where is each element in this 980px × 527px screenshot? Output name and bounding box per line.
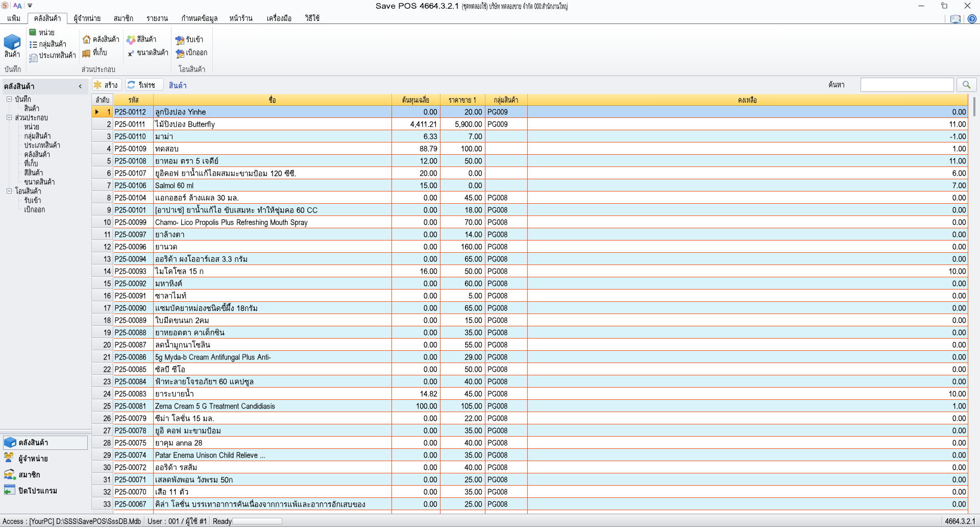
svg-text:S: S (3, 2, 7, 10)
svg-text:?: ? (970, 16, 974, 22)
svg-text:A: A (17, 2, 22, 10)
svg-text:3: 3 (29, 60, 31, 63)
svg-text:2: 2 (132, 50, 134, 54)
